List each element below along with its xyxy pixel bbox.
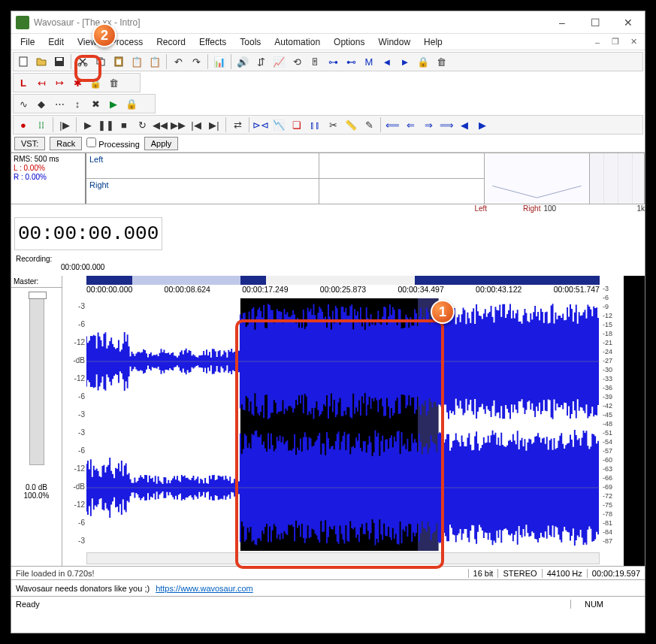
curve-line-button[interactable]: ⋯ [51,95,68,112]
save-button[interactable] [51,53,68,70]
waveform-canvas[interactable] [86,298,600,551]
redo-button[interactable]: ↷ [188,53,204,70]
rms-title: RMS: 500 ms [14,155,83,164]
loop-end-button[interactable]: ↤ [33,74,50,91]
menu-edit[interactable]: Edit [42,35,70,49]
curve-delete-button[interactable]: ✖ [87,95,104,112]
cut-button[interactable] [74,53,91,70]
loop-start-button[interactable]: ↦ [51,74,68,91]
loop-play-button[interactable]: ↻ [134,116,150,133]
loop-l-button[interactable]: L [15,74,32,91]
waveform2-button[interactable]: ⊷ [343,53,359,70]
curve-point-button[interactable]: ◆ [33,95,50,112]
vst-bar: VST: Rack Processing Apply [11,135,645,153]
menu-help[interactable]: Help [418,35,449,49]
volume-button[interactable]: 🔊 [234,53,251,70]
menu-window[interactable]: Window [372,35,416,49]
close-button[interactable]: ✕ [612,12,645,33]
maximize-button[interactable]: ☐ [579,12,612,33]
axis-1k: 1k [636,204,645,214]
monitor-button[interactable]: ⁞⁞ [33,116,50,133]
loop-delete-button[interactable]: 🗑 [105,74,122,91]
delete-button[interactable]: 🗑 [433,53,449,70]
snap-button[interactable]: ⊳⊲ [252,116,269,133]
loop-lock-button[interactable]: 🔒 [87,74,104,91]
menu-file[interactable]: File [14,35,41,49]
open-button[interactable] [33,53,50,70]
spectrum-button[interactable]: ⫿⫿ [307,116,323,133]
graph-button[interactable]: 📉 [271,116,287,133]
menu-effects[interactable]: Effects [193,35,232,49]
curve-draw-button[interactable]: ∿ [15,95,32,112]
h-scrollbar[interactable] [86,552,600,564]
pause-button[interactable]: ❚❚ [98,116,114,133]
fade-button[interactable]: 📈 [271,53,287,70]
apply-button[interactable]: Apply [144,137,179,150]
region-button[interactable]: ❏ [289,116,305,133]
eq-button[interactable]: 🎚 [307,53,323,70]
pencil-button[interactable]: ✎ [361,116,377,133]
marker-m-button[interactable]: M [361,53,377,70]
ruler-button[interactable]: 📏 [343,116,359,133]
repeat-button[interactable]: ⇄ [229,116,246,133]
minimize-button[interactable]: – [546,12,579,33]
status-bits: 16 bit [468,569,498,578]
curve-play-button[interactable]: ▶ [105,95,122,112]
right-label: Right [86,179,319,204]
arrow-fl-button[interactable]: ⟸ [384,116,401,133]
axis-right: Right [520,204,543,214]
next-marker-button[interactable]: ▶ [474,116,491,133]
paste-mix-button[interactable]: 📋 [147,53,163,70]
stop-button[interactable]: ■ [116,116,132,133]
menu-record[interactable]: Record [150,35,192,49]
processing-checkbox[interactable]: Processing [86,138,139,149]
callout-1: 1 [431,300,455,324]
new-button[interactable] [15,53,32,70]
loop-region-button[interactable]: ✱ [69,74,86,91]
lock-button[interactable]: 🔒 [415,53,431,70]
start-button[interactable]: |◀ [188,116,204,133]
play-button[interactable]: ▶ [80,116,96,133]
resample-button[interactable]: ⟲ [289,53,305,70]
zoom-full-button[interactable]: 📊 [211,53,228,70]
donator-link[interactable]: https://www.wavosaur.com [156,584,253,593]
status-ready: Ready [11,600,570,609]
app-window: Wavosaur - [The xx - Intro] – ☐ ✕ File E… [11,11,645,633]
rack-button[interactable]: Rack [50,137,82,150]
curve-up-button[interactable]: ↕ [69,95,86,112]
record-button[interactable]: ● [15,116,32,133]
curve-lock-button[interactable]: 🔒 [123,95,140,112]
vst-button[interactable]: VST: [14,137,45,150]
wave-area: 00:00:00.000 00:00:08.624 00:00:17.249 0… [62,276,645,566]
paste-button[interactable] [110,53,127,70]
mdi-close-button[interactable]: ✕ [625,35,642,49]
arrow-l-button[interactable]: ⇐ [402,116,419,133]
menu-automation[interactable]: Automation [268,35,326,49]
master-pct: 100.0% [11,491,62,500]
marker-r-button[interactable]: ► [397,53,413,70]
overview-bar[interactable] [86,276,600,285]
status-rate: 44100 Hz [542,569,587,578]
marker-l-button[interactable]: ◄ [379,53,395,70]
arrow-r-button[interactable]: ⇒ [420,116,437,133]
normalize-button[interactable]: ⇵ [252,53,269,70]
mdi-restore-button[interactable]: ❐ [607,35,624,49]
menu-options[interactable]: Options [328,35,370,49]
master-slider[interactable] [29,292,44,465]
master-panel: Master: 0.0 dB 100.0% [11,276,62,566]
rewind-button[interactable]: ◀◀ [152,116,168,133]
menu-tools[interactable]: Tools [234,35,267,49]
undo-button[interactable]: ↶ [170,53,186,70]
forward-button[interactable]: ▶▶ [170,116,186,133]
arrow-fr-button[interactable]: ⟹ [438,116,455,133]
prev-marker-button[interactable]: ◀ [456,116,473,133]
paste-special-button[interactable]: 📋 [128,53,145,70]
scissors-button[interactable]: ✂ [325,116,341,133]
play-cursor-button[interactable]: |▶ [56,116,73,133]
mdi-minimize-button[interactable]: – [589,35,606,49]
editor-area: Master: 0.0 dB 100.0% 00:00:00.000 00:00… [11,276,645,566]
time-ruler[interactable]: 00:00:00.000 00:00:08.624 00:00:17.249 0… [86,285,600,298]
waveform-button[interactable]: ⊶ [325,53,341,70]
copy-button[interactable] [92,53,109,70]
end-button[interactable]: ▶| [206,116,222,133]
